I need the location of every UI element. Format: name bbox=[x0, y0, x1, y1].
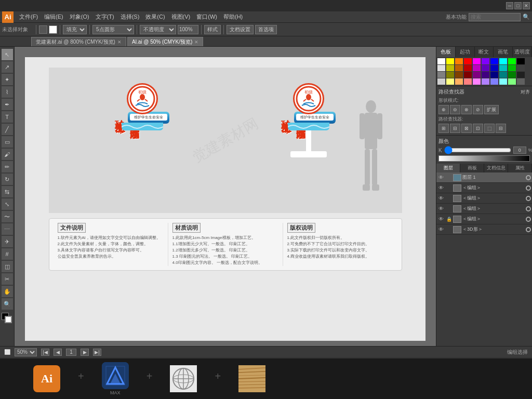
layer-circle-5[interactable] bbox=[526, 227, 531, 232]
color-swatch[interactable] bbox=[490, 78, 498, 85]
color-swatch[interactable] bbox=[464, 58, 472, 64]
color-swatch[interactable] bbox=[437, 72, 445, 78]
magic-wand-tool[interactable]: ✦ bbox=[2, 74, 13, 85]
close-button[interactable]: ✕ bbox=[523, 2, 530, 9]
mirror-tool[interactable]: ⇆ bbox=[2, 186, 13, 197]
lasso-tool[interactable]: ⌇ bbox=[2, 86, 13, 98]
tab-close-1[interactable]: ✕ bbox=[194, 39, 198, 45]
page-input[interactable] bbox=[66, 349, 76, 356]
menu-help[interactable]: 帮助(H) bbox=[221, 12, 245, 21]
trim-btn[interactable]: ⊟ bbox=[450, 124, 460, 133]
scissors-tool[interactable]: ✂ bbox=[2, 273, 13, 285]
expand-btn[interactable]: 扩展 bbox=[484, 105, 499, 114]
opacity-input[interactable] bbox=[178, 25, 198, 34]
panel-tab-swatches[interactable]: 色板 bbox=[436, 47, 456, 57]
layer-visibility-5[interactable]: 👁 bbox=[437, 226, 445, 233]
canvas-area[interactable]: 觉建素材网 初级 bbox=[15, 47, 436, 346]
color-swatch[interactable] bbox=[490, 65, 498, 71]
layer-visibility-4[interactable]: 👁 bbox=[437, 216, 445, 223]
color-swatch[interactable] bbox=[464, 72, 472, 78]
menu-type[interactable]: 文字(T) bbox=[93, 12, 117, 21]
menu-file[interactable]: 文件(F) bbox=[17, 12, 41, 21]
color-swatch[interactable] bbox=[517, 78, 525, 85]
menu-view[interactable]: 视图(V) bbox=[169, 12, 193, 21]
menu-window[interactable]: 窗口(W) bbox=[194, 12, 220, 21]
line-tool[interactable]: ╱ bbox=[2, 124, 13, 135]
layer-circle-0[interactable] bbox=[526, 175, 531, 180]
panel-tab-4[interactable]: 画笔 bbox=[494, 47, 513, 57]
warp-tool[interactable]: 〜 bbox=[2, 211, 13, 222]
taskbar-wood[interactable] bbox=[226, 361, 278, 397]
layer-circle-3[interactable] bbox=[526, 206, 531, 211]
stroke-select[interactable]: 填充 bbox=[63, 25, 87, 34]
layer-circle-4[interactable] bbox=[526, 217, 531, 222]
blend-tool[interactable]: ⋯ bbox=[2, 223, 13, 235]
nav-next[interactable]: ▶ bbox=[81, 349, 89, 356]
color-swatch[interactable] bbox=[446, 65, 454, 71]
color-gradient-bar[interactable] bbox=[438, 155, 530, 162]
nav-last[interactable]: ▶| bbox=[93, 349, 101, 356]
mesh-tool[interactable]: # bbox=[2, 248, 13, 260]
rect-tool[interactable]: ▭ bbox=[2, 136, 13, 148]
menu-edit[interactable]: 编辑(E) bbox=[42, 12, 66, 21]
select-tool[interactable]: ↖ bbox=[2, 49, 13, 60]
color-swatch[interactable] bbox=[508, 78, 516, 85]
color-swatch[interactable] bbox=[482, 72, 489, 78]
intersect-btn[interactable]: ⊗ bbox=[461, 105, 472, 114]
nav-first[interactable]: |◀ bbox=[41, 349, 49, 356]
scale-tool[interactable]: ⤡ bbox=[2, 198, 13, 210]
layer-circle-2[interactable] bbox=[526, 196, 531, 201]
direct-select-tool[interactable]: ↗ bbox=[2, 61, 13, 73]
search-input[interactable] bbox=[469, 13, 521, 21]
color-swatch[interactable] bbox=[490, 72, 498, 78]
k-slider[interactable] bbox=[444, 148, 511, 152]
shape-select[interactable]: 5点圆形 bbox=[92, 25, 134, 34]
first-view-button[interactable]: 首选项 bbox=[255, 25, 277, 34]
menu-effect[interactable]: 效果(C) bbox=[143, 12, 167, 21]
panel-tab-2[interactable]: 起功 bbox=[456, 47, 475, 57]
crop-btn[interactable]: ⊡ bbox=[473, 124, 483, 133]
taskbar-ai[interactable]: Ai bbox=[21, 361, 73, 397]
gradient-tool[interactable]: ◫ bbox=[2, 261, 13, 272]
k-value-input[interactable] bbox=[513, 147, 526, 154]
taskbar-max[interactable]: MAX bbox=[89, 361, 141, 397]
panel-tab-transparency[interactable]: 透明度 bbox=[513, 47, 532, 57]
doc-settings-button[interactable]: 文档设置 bbox=[227, 25, 254, 34]
layers-tab-properties[interactable]: 属性 bbox=[508, 164, 532, 172]
color-swatch[interactable] bbox=[517, 72, 525, 78]
layer-visibility-3[interactable]: 👁 bbox=[437, 205, 445, 212]
color-swatch[interactable] bbox=[473, 78, 481, 85]
layer-lock-4[interactable]: 🔒 bbox=[446, 216, 452, 222]
eyedropper-tool[interactable]: ✈ bbox=[2, 236, 13, 247]
color-swatch[interactable] bbox=[473, 72, 481, 78]
pen-tool[interactable]: ✒ bbox=[2, 99, 13, 110]
color-swatch[interactable] bbox=[499, 78, 507, 85]
divide-btn[interactable]: ⊞ bbox=[438, 124, 449, 133]
color-swatch[interactable] bbox=[482, 78, 489, 85]
tab-0[interactable]: 觉建素材.ai @ 800% (CMYK/预览) ✕ bbox=[31, 37, 126, 46]
color-swatch[interactable] bbox=[508, 65, 516, 71]
color-swatch[interactable] bbox=[446, 58, 454, 64]
maximize-button[interactable]: □ bbox=[514, 2, 522, 9]
zoom-select[interactable]: 50% bbox=[15, 348, 37, 356]
unite-btn[interactable]: ⊕ bbox=[438, 105, 449, 114]
zoom-tool[interactable]: 🔍 bbox=[2, 298, 13, 310]
color-swatch[interactable] bbox=[508, 58, 516, 64]
outline-btn[interactable]: ⬚ bbox=[484, 124, 495, 133]
color-swatch[interactable] bbox=[499, 65, 507, 71]
minus-back-btn[interactable]: ⊟ bbox=[496, 124, 506, 133]
color-swatch[interactable] bbox=[517, 65, 525, 71]
color-swatch[interactable] bbox=[482, 65, 489, 71]
tab-1[interactable]: Al.ai @ 50% (CMYK/预览) ✕ bbox=[127, 37, 203, 46]
color-swatch[interactable] bbox=[499, 72, 507, 78]
paint-brush-tool[interactable]: 🖌 bbox=[2, 149, 13, 160]
color-swatch[interactable] bbox=[473, 58, 481, 64]
layers-tab-docinfo[interactable]: 文档信息 bbox=[484, 164, 508, 172]
layer-circle-1[interactable] bbox=[526, 185, 531, 191]
color-swatch[interactable] bbox=[464, 78, 472, 85]
layer-row[interactable]: 👁 图层 1 bbox=[436, 172, 532, 183]
style-button[interactable]: 样式 bbox=[204, 25, 221, 34]
taskbar-globe[interactable] bbox=[157, 361, 209, 397]
color-swatch[interactable] bbox=[455, 65, 463, 71]
exclude-btn[interactable]: ⊘ bbox=[473, 105, 483, 114]
